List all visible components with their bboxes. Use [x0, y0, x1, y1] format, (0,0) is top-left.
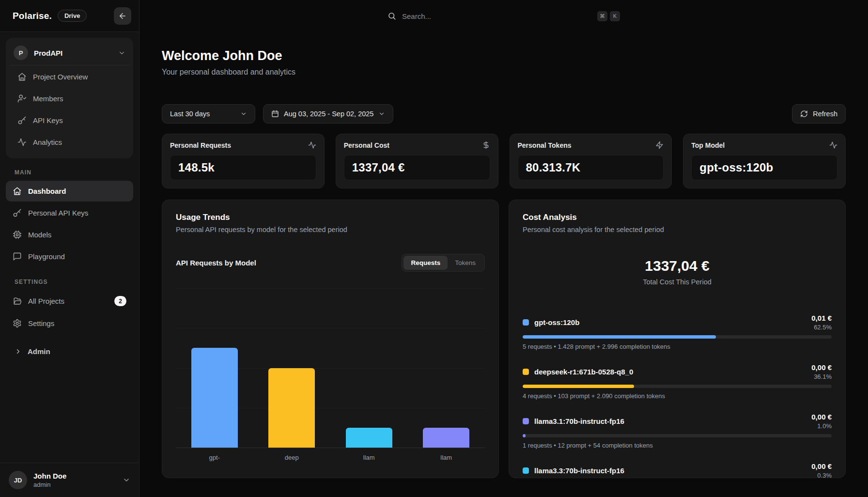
progress-bar — [523, 335, 832, 339]
chevron-down-icon — [118, 49, 125, 57]
section-label-main: MAIN — [0, 158, 139, 180]
topbar: Search... ⌘ K — [140, 0, 868, 32]
requests-tokens-toggle: Requests Tokens — [402, 254, 485, 272]
toggle-tokens[interactable]: Tokens — [448, 256, 483, 270]
progress-fill — [523, 434, 526, 437]
page-title: Welcome John Doe — [162, 48, 846, 63]
message-square-icon — [13, 252, 22, 261]
total-cost-block: 1337,04 € Total Cost This Period — [523, 258, 832, 286]
stat-value: 80.313.7K — [526, 161, 581, 174]
stat-label: Personal Cost — [344, 141, 389, 149]
sidebar-nav: P ProdAPI Project Overview Members API — [0, 32, 139, 497]
cost-analysis-card: Cost Analysis Personal cost analysis for… — [509, 200, 846, 478]
chevron-down-icon — [123, 476, 130, 484]
stat-card-personal-requests: Personal Requests 148.5k — [162, 134, 325, 188]
refresh-button[interactable]: Refresh — [792, 104, 846, 124]
brand-logo: Polarise. — [13, 11, 52, 21]
stat-value-box: gpt-oss:120b — [691, 155, 837, 180]
dashboard-content: Welcome John Doe Your personal dashboard… — [140, 32, 868, 497]
sidebar-item-playground[interactable]: Playground — [6, 246, 133, 267]
sidebar-item-label: Dashboard — [28, 187, 66, 195]
stat-value: 1337,04 € — [352, 161, 405, 174]
cmd-key: ⌘ — [597, 11, 607, 21]
search-shortcut: ⌘ K — [597, 11, 620, 21]
stat-label: Personal Requests — [170, 141, 231, 149]
sidebar-item-label: Admin — [28, 347, 50, 356]
model-cost: 0,00 € — [811, 363, 832, 372]
user-check-icon — [17, 94, 27, 103]
toggle-requests[interactable]: Requests — [403, 256, 448, 270]
progress-fill — [523, 335, 716, 339]
range-select-value: Last 30 days — [170, 110, 210, 118]
k-key: K — [610, 11, 620, 21]
folder-icon — [13, 296, 22, 306]
model-color-dot — [523, 319, 529, 326]
project-selector[interactable]: P ProdAPI — [10, 41, 129, 65]
model-cost: 0,00 € — [811, 413, 832, 421]
search-icon — [388, 12, 396, 20]
sidebar-item-settings[interactable]: Settings — [6, 313, 133, 334]
sidebar-item-api-keys[interactable]: API Keys — [11, 110, 128, 131]
filters-row: Last 30 days Aug 03, 2025 - Sep 02, 2025… — [162, 104, 846, 124]
stat-cards: Personal Requests 148.5k Personal Cost 1… — [162, 134, 846, 188]
sidebar-item-label: Analytics — [33, 138, 62, 146]
range-select[interactable]: Last 30 days — [162, 104, 255, 124]
total-cost-value: 1337,04 € — [523, 258, 832, 274]
page-subtitle: Your personal dashboard and analytics — [162, 68, 846, 77]
sidebar-item-project-overview[interactable]: Project Overview — [11, 66, 128, 87]
home-icon — [13, 186, 22, 196]
sidebar-item-analytics[interactable]: Analytics — [11, 132, 128, 153]
date-range-value: Aug 03, 2025 - Sep 02, 2025 — [284, 110, 373, 118]
chevron-down-icon — [378, 110, 385, 117]
project-card: P ProdAPI Project Overview Members API — [6, 38, 133, 158]
sidebar-item-label: All Projects — [28, 297, 64, 305]
charts-row: Usage Trends Personal API requests by mo… — [162, 200, 846, 478]
sidebar-item-label: Settings — [28, 319, 54, 327]
sidebar-spacer — [0, 361, 139, 463]
sidebar-item-label: Personal API Keys — [28, 209, 88, 217]
card-title: Usage Trends — [176, 213, 485, 222]
bar-label: gpt- — [176, 454, 253, 461]
stat-value: gpt-oss:120b — [699, 161, 773, 174]
home-icon — [17, 72, 27, 81]
card-title: Cost Analysis — [523, 213, 832, 222]
arrow-left-icon — [118, 12, 127, 20]
model-percent: 62.5% — [814, 324, 832, 331]
stat-label: Top Model — [691, 141, 725, 149]
usage-trends-card: Usage Trends Personal API requests by mo… — [162, 200, 499, 478]
calendar-icon — [271, 110, 279, 118]
nav-list-settings: All Projects 2 Settings — [0, 289, 139, 335]
sidebar-item-personal-api-keys[interactable]: Personal API Keys — [6, 202, 133, 223]
stat-value-box: 1337,04 € — [344, 155, 490, 180]
sidebar-item-label: Members — [33, 94, 63, 103]
stat-value-box: 148.5k — [170, 155, 316, 180]
project-name: ProdAPI — [34, 49, 112, 57]
model-percent: 1.0% — [817, 422, 832, 430]
bar-chart-categories: gpt- deep llam llam — [176, 454, 485, 461]
sidebar-item-models[interactable]: Models — [6, 224, 133, 245]
user-role: admin — [33, 481, 116, 488]
sidebar: Polarise. Drive P ProdAPI — [0, 0, 140, 497]
progress-fill — [523, 385, 634, 388]
stat-label: Personal Tokens — [518, 141, 572, 149]
model-name: deepseek-r1:671b-0528-q8_0 — [534, 368, 633, 376]
search-input[interactable]: Search... ⌘ K — [383, 7, 625, 25]
stat-card-personal-tokens: Personal Tokens 80.313.7K — [510, 134, 672, 188]
model-name: llama3.1:70b-instruct-fp16 — [534, 417, 624, 425]
sidebar-item-members[interactable]: Members — [11, 88, 128, 109]
sidebar-item-dashboard[interactable]: Dashboard — [6, 181, 133, 202]
bar-llama-2 — [423, 428, 469, 448]
model-color-dot — [523, 369, 529, 375]
user-menu[interactable]: JD John Doe admin — [0, 463, 139, 497]
activity-icon — [17, 138, 27, 147]
sidebar-item-admin[interactable]: Admin — [0, 342, 139, 361]
model-percent: 0.3% — [817, 472, 832, 478]
date-range-button[interactable]: Aug 03, 2025 - Sep 02, 2025 — [263, 104, 393, 124]
search-placeholder: Search... — [402, 12, 591, 20]
cost-row-llama31: llama3.1:70b-instruct-fp16 0,00 € 1.0% 1… — [523, 413, 832, 449]
chevron-down-icon — [240, 110, 247, 117]
model-color-dot — [523, 467, 529, 474]
back-button[interactable] — [114, 7, 131, 25]
refresh-icon — [800, 110, 808, 118]
sidebar-item-all-projects[interactable]: All Projects 2 — [6, 290, 133, 312]
